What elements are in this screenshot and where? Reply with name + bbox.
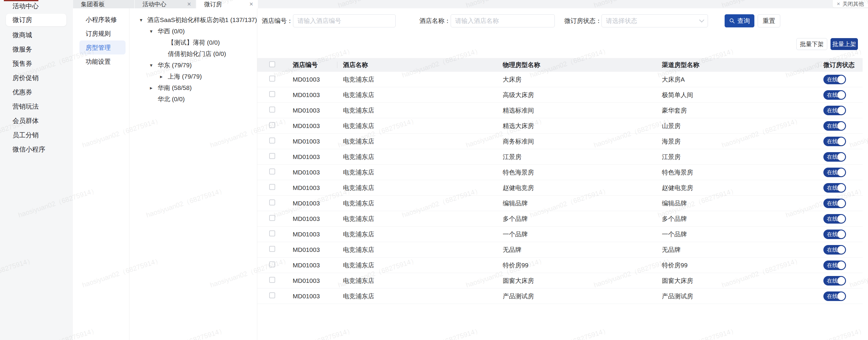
- submenu-item-label: 小程序装修: [86, 16, 117, 24]
- close-others-button[interactable]: × 关闭其他: [832, 0, 868, 8]
- status-toggle[interactable]: 在线: [824, 199, 846, 208]
- cell-hotel-name: 电竞浦东店: [343, 184, 503, 192]
- batch-offline-label: 批量下架: [800, 40, 824, 48]
- status-select-placeholder: 请选择状态: [606, 17, 700, 25]
- search-button[interactable]: 查询: [724, 14, 754, 27]
- status-toggle[interactable]: 在线: [824, 245, 846, 255]
- status-toggle[interactable]: 在线: [824, 260, 846, 270]
- tree-caret-icon[interactable]: ▾: [150, 62, 158, 68]
- tree-caret-icon[interactable]: ▸: [160, 74, 168, 80]
- cell-physical-room: 编辑品牌: [503, 199, 662, 207]
- sidebar-item-label: 微信小程序: [12, 145, 45, 154]
- tab-close-icon[interactable]: ×: [187, 1, 191, 7]
- status-toggle[interactable]: 在线: [824, 168, 846, 177]
- tree-caret-icon[interactable]: ▾: [150, 28, 158, 34]
- status-toggle[interactable]: 在线: [824, 121, 846, 131]
- select-all-checkbox[interactable]: [269, 61, 275, 67]
- status-toggle[interactable]: 在线: [824, 90, 846, 100]
- row-checkbox[interactable]: [269, 91, 275, 97]
- cell-hotel-name: 电竞浦东店: [343, 199, 503, 207]
- row-checkbox[interactable]: [269, 107, 275, 113]
- status-toggle[interactable]: 在线: [824, 183, 846, 193]
- row-checkbox[interactable]: [269, 153, 275, 159]
- tree-node-label: 酒店SaaS初始化样板店勿动1 (137/137): [147, 16, 257, 24]
- sidebar-item[interactable]: 优惠券: [0, 85, 73, 100]
- row-checkbox[interactable]: [269, 215, 275, 221]
- batch-online-button[interactable]: 批量上架: [831, 38, 858, 50]
- sidebar-item[interactable]: 微信小程序: [0, 142, 73, 157]
- row-checkbox[interactable]: [269, 261, 275, 267]
- tree-node[interactable]: 【测试】薄荷 (0/0): [130, 37, 257, 48]
- row-checkbox[interactable]: [269, 122, 275, 128]
- sidebar-item[interactable]: 预售券: [0, 57, 73, 71]
- sidebar-item[interactable]: 活动中心: [0, 0, 73, 12]
- status-toggle[interactable]: 在线: [824, 106, 846, 115]
- status-toggle-knob: [837, 153, 845, 161]
- submenu-item[interactable]: 房型管理: [80, 40, 126, 55]
- tree-node[interactable]: ▾华西 (0/0): [130, 26, 257, 37]
- tree-node[interactable]: 倩倩初始化门店 (0/0): [130, 48, 257, 60]
- sidebar-item[interactable]: 员工分销: [0, 128, 73, 142]
- cell-hotel-code: MD01003: [293, 293, 343, 300]
- cell-physical-room: 江景房: [503, 153, 662, 161]
- submenu-item[interactable]: 订房规则: [73, 27, 129, 40]
- row-checkbox[interactable]: [269, 230, 275, 236]
- tab-1[interactable]: 集团看板: [73, 0, 135, 8]
- status-toggle[interactable]: 在线: [824, 152, 846, 162]
- cell-hotel-name: 电竞浦东店: [343, 246, 503, 254]
- sidebar-item[interactable]: 房价促销: [0, 71, 73, 85]
- tree-caret-icon[interactable]: ▸: [150, 85, 158, 91]
- sidebar-item-label: 微订房: [12, 16, 32, 24]
- status-toggle-knob: [837, 199, 845, 207]
- tree-node[interactable]: ▾华东 (79/79): [130, 60, 257, 71]
- sidebar-item-label: 优惠券: [12, 88, 32, 97]
- sidebar-item[interactable]: 微商城: [0, 28, 73, 42]
- tab-close-icon[interactable]: ×: [249, 1, 253, 7]
- row-checkbox[interactable]: [269, 138, 275, 143]
- table-row: MD01003 电竞浦东店 特色海景房 特色海景房 在线: [257, 165, 863, 180]
- tab-3[interactable]: 微订房×: [196, 0, 258, 8]
- sidebar-item[interactable]: 营销玩法: [0, 100, 73, 114]
- status-toggle[interactable]: 在线: [824, 276, 846, 285]
- tree-node[interactable]: ▸华南 (58/58): [130, 82, 257, 93]
- batch-action-bar: 批量下架 批量上架: [257, 38, 868, 50]
- hotel-name-input[interactable]: [451, 14, 555, 27]
- sidebar-item[interactable]: 微服务: [0, 42, 73, 57]
- status-toggle[interactable]: 在线: [824, 291, 846, 301]
- row-checkbox[interactable]: [269, 76, 275, 82]
- row-checkbox[interactable]: [269, 199, 275, 205]
- status-toggle[interactable]: 在线: [824, 75, 846, 84]
- tree-caret-icon[interactable]: ▾: [140, 17, 147, 23]
- cell-hotel-name: 电竞浦东店: [343, 91, 503, 99]
- status-select[interactable]: 请选择状态: [601, 14, 708, 27]
- table-row: MD01003 电竞浦东店 无品牌 无品牌 在线: [257, 242, 863, 258]
- status-toggle-knob: [837, 261, 845, 269]
- cell-channel-room: 极简单人间: [662, 91, 818, 99]
- row-checkbox[interactable]: [269, 169, 275, 174]
- tree-node[interactable]: ▸上海 (79/79): [130, 71, 257, 82]
- sidebar-item[interactable]: 微订房: [6, 14, 66, 26]
- row-checkbox[interactable]: [269, 184, 275, 190]
- primary-sidebar: 活动中心微订房微商城微服务预售券房价促销优惠券营销玩法会员群体员工分销微信小程序: [0, 0, 73, 340]
- status-toggle[interactable]: 在线: [824, 137, 846, 146]
- sidebar-item-label: 会员群体: [12, 116, 39, 125]
- row-checkbox[interactable]: [269, 277, 275, 283]
- cell-hotel-name: 电竞浦东店: [343, 153, 503, 161]
- submenu-item[interactable]: 小程序装修: [73, 12, 129, 27]
- tree-node[interactable]: 华北 (0/0): [130, 93, 257, 105]
- reset-button[interactable]: 重置: [757, 14, 780, 27]
- sidebar-item[interactable]: 会员群体: [0, 114, 73, 128]
- status-toggle[interactable]: 在线: [824, 230, 846, 239]
- row-checkbox[interactable]: [269, 246, 275, 252]
- hotel-code-input[interactable]: [293, 14, 396, 27]
- row-checkbox[interactable]: [269, 292, 275, 298]
- cell-physical-room: 无品牌: [503, 246, 662, 254]
- tree-node[interactable]: ▾酒店SaaS初始化样板店勿动1 (137/137): [130, 14, 257, 26]
- tab-2[interactable]: 活动中心×: [135, 0, 196, 8]
- submenu-item[interactable]: 功能设置: [73, 55, 129, 68]
- search-icon: [729, 18, 735, 24]
- batch-offline-button[interactable]: 批量下架: [796, 38, 827, 50]
- status-toggle[interactable]: 在线: [824, 214, 846, 224]
- sidebar-item-label: 房价促销: [12, 74, 39, 82]
- header-hotel-code: 酒店编号: [293, 61, 343, 69]
